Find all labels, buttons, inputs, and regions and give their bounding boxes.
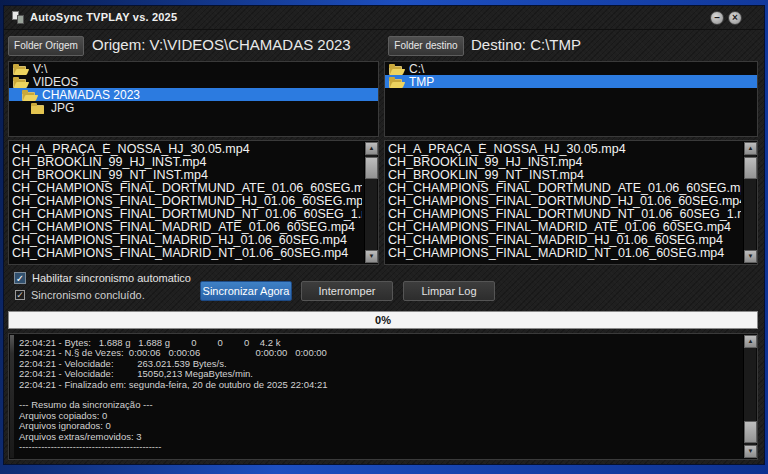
scrollbar-thumb[interactable] [744,157,757,179]
interrupt-button[interactable]: Interromper [301,281,393,301]
tree-item-label: C:\ [409,62,424,76]
scroll-down-icon[interactable]: ▼ [744,250,757,263]
folder-icon [31,103,47,114]
scroll-down-icon[interactable]: ▼ [365,250,378,263]
log-line: 22:04:21 - Finalizado em: segunda-feira,… [19,380,741,390]
tree-item[interactable]: V:\ [9,62,378,75]
folder-destination-button[interactable]: Folder destino [388,36,464,56]
tree-item-label: JPG [51,101,74,115]
log-line: Arquivos copiados: 0 [19,411,741,421]
log-lines: 22:04:21 - Bytes: 1.688 g 1.688 g 0 0 0 … [19,338,741,452]
scroll-up-icon[interactable]: ▲ [744,335,757,348]
destination-folder-tree: C:\ TMP [384,61,758,137]
sync-done-checkbox-row[interactable]: ✓ Sincronismo concluído. [15,289,145,301]
scroll-up-icon[interactable]: ▲ [365,142,378,155]
tree-item-selected[interactable]: CHAMADAS 2023 [9,88,378,101]
log-left-strip [10,335,14,458]
auto-sync-checkbox-label: Habilitar sincronismo automatico [32,272,191,284]
origin-file-list: CH_A_PRAÇA_É_NOSSA_HJ_30.05.mp4 CH_BROOK… [8,140,379,265]
log-line: --- Resumo da sincronização --- [19,400,741,410]
tree-item[interactable]: VIDEOS [9,75,378,88]
destination-file-rows: CH_A_PRAÇA_É_NOSSA_HJ_30.05.mp4 CH_BROOK… [388,143,741,264]
sync-done-checkbox-label: Sincronismo concluído. [31,289,145,301]
tree-item-label: TMP [409,75,434,89]
folder-open-icon [389,64,405,75]
file-item[interactable]: CH_CHAMPIONS_FINAL_MADRID_NT_01.06_60SEG… [388,247,741,260]
window-title: AutoSync TVPLAY vs. 2025 [30,11,177,23]
folder-open-icon [13,77,29,88]
log-panel[interactable]: 22:04:21 - Bytes: 1.688 g 1.688 g 0 0 0 … [8,333,758,460]
checkbox-checked-icon[interactable]: ✓ [14,272,26,284]
scroll-up-icon[interactable]: ▲ [744,142,757,155]
tree-item-label: CHAMADAS 2023 [42,88,140,102]
tree-item-selected[interactable]: TMP [385,75,757,88]
progress-bar: 0% [8,311,758,329]
auto-sync-checkbox-row[interactable]: ✓ Habilitar sincronismo automatico [14,272,191,284]
tree-item[interactable]: C:\ [385,62,757,75]
destination-list-scrollbar[interactable]: ▲ ▼ [743,142,756,263]
tree-item[interactable]: JPG [9,101,378,114]
folder-origin-button[interactable]: Folder Origem [8,36,84,56]
close-button[interactable]: × [728,11,742,25]
folder-open-icon [13,64,29,75]
scrollbar-thumb[interactable] [365,157,378,179]
log-line: ----------------------------------------… [19,442,741,452]
sync-now-button[interactable]: Sincronizar Agora [200,281,292,301]
file-item[interactable]: CH_CHAMPIONS_FINAL_MADRID_NT_01.06_60SEG… [12,247,362,260]
app-sync-icon [12,11,25,25]
origin-folder-tree: V:\ VIDEOS CHAMADAS 2023 JPG [8,61,379,137]
title-bar[interactable]: AutoSync TVPLAY vs. 2025 – × [4,6,764,30]
folder-open-icon [389,77,405,88]
tree-item-label: V:\ [33,62,47,76]
scrollbar-thumb[interactable] [744,421,757,443]
clear-log-button[interactable]: Limpar Log [403,281,495,301]
log-scrollbar[interactable]: ▲ ▼ [743,335,756,458]
origin-list-scrollbar[interactable]: ▲ ▼ [364,142,377,263]
folder-open-icon [22,90,38,101]
tree-item-label: VIDEOS [33,75,78,89]
checkbox-checked-icon[interactable]: ✓ [15,290,25,300]
destination-path-label: Destino: C:\TMP [471,36,581,53]
minimize-button[interactable]: – [710,11,724,25]
origin-file-rows: CH_A_PRAÇA_É_NOSSA_HJ_30.05.mp4 CH_BROOK… [12,143,362,264]
origin-path-label: Origem: V:\VIDEOS\CHAMADAS 2023 [92,36,351,53]
app-window: AutoSync TVPLAY vs. 2025 – × Folder Orig… [4,6,764,464]
destination-file-list: CH_A_PRAÇA_É_NOSSA_HJ_30.05.mp4 CH_BROOK… [384,140,758,265]
scroll-down-icon[interactable]: ▼ [744,445,757,458]
